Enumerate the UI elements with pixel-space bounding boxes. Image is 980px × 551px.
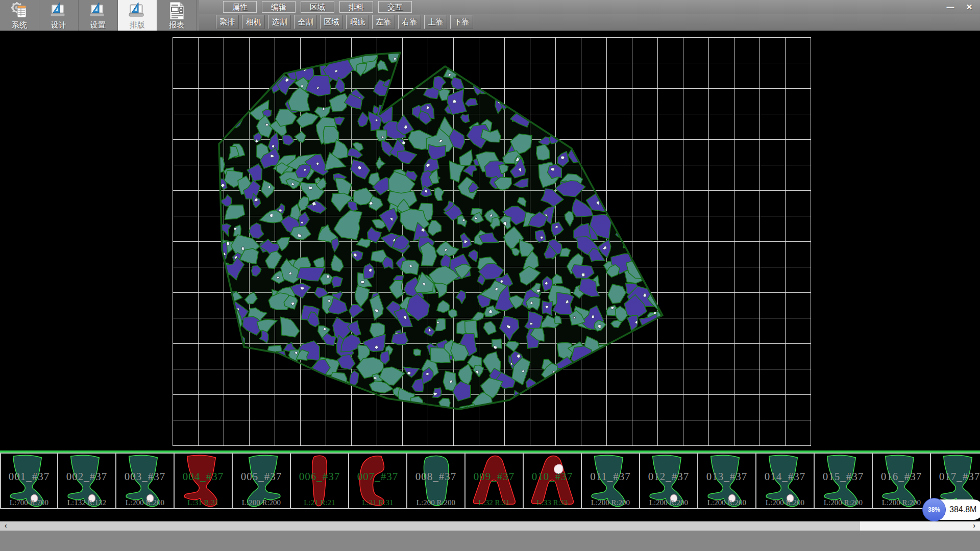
tool-button[interactable]: 相机: [242, 15, 265, 29]
menu-item[interactable]: 排料: [339, 1, 373, 13]
tool-button[interactable]: 全割: [294, 15, 317, 29]
piece-thumbnail[interactable]: 001_#37L:700 R:700: [0, 453, 58, 509]
piece-thumbnail[interactable]: 013_#37L:200 R:200: [698, 453, 756, 509]
nesting-ruler-icon: [128, 1, 147, 20]
scrollbar-thumb[interactable]: [0, 521, 860, 531]
app-tab-label: 系统: [12, 20, 27, 30]
pieces-strip: 001_#37L:700 R:700002_#37L:132 R:132003_…: [0, 450, 980, 511]
settings-ruler-icon: [88, 1, 108, 20]
tool-button[interactable]: 瑕疵: [346, 15, 369, 29]
app-tab-report-doc[interactable]: 报表: [157, 0, 197, 31]
piece-shape: [122, 454, 168, 508]
piece-thumbnail[interactable]: 005_#37L:200 R:200: [233, 453, 291, 509]
piece-shape: [762, 454, 808, 508]
menu-item[interactable]: 编辑: [262, 1, 296, 13]
nesting-canvas[interactable]: [0, 31, 980, 450]
app-tab-label: 排版: [130, 20, 145, 30]
piece-thumbnail[interactable]: 015_#37L:200 R:200: [815, 453, 873, 509]
tool-button[interactable]: 上靠: [424, 15, 447, 29]
piece-shape: [297, 454, 342, 508]
app-tab-system-gear[interactable]: 系统: [0, 0, 39, 31]
piece-shape: [413, 454, 459, 508]
piece-thumbnail[interactable]: 009_#37L:32 R:31: [465, 453, 524, 509]
piece-shape: [355, 454, 401, 508]
piece-shape: [820, 454, 866, 508]
piece-thumbnail[interactable]: 014_#37L:200 R:200: [756, 453, 815, 509]
progress-percent: 38%: [928, 506, 940, 513]
system-gear-icon: [10, 1, 29, 20]
piece-thumbnail[interactable]: 010_#37L:33 R:33: [524, 453, 582, 509]
piece-thumbnail[interactable]: 002_#37L:132 R:132: [58, 453, 116, 509]
piece-thumbnail[interactable]: 004_#37L:31 R:31: [175, 453, 233, 509]
menu-item[interactable]: 交互: [378, 1, 412, 13]
piece-shape: [6, 454, 52, 508]
scroll-right-icon[interactable]: ›: [973, 521, 975, 531]
tool-button[interactable]: 左靠: [372, 15, 395, 29]
piece-thumbnail[interactable]: 012_#37L:200 R:200: [640, 453, 698, 509]
menu-item[interactable]: 属性: [223, 1, 257, 13]
piece-shape: [704, 454, 750, 508]
horizontal-scrollbar[interactable]: ‹ ›: [0, 521, 980, 531]
tool-button[interactable]: 区域: [320, 15, 343, 29]
menu-item[interactable]: 区域: [301, 1, 334, 13]
piece-thumbnail[interactable]: 003_#37L:200 R:200: [116, 453, 175, 509]
memory-badge: 38% 384.8M: [924, 499, 980, 520]
piece-thumbnail[interactable]: 007_#37L:31 R:31: [349, 453, 407, 509]
app-toolbar: 系统设计设置排版报表: [0, 0, 199, 31]
tool-button[interactable]: 聚排: [216, 15, 239, 29]
report-doc-icon: [167, 1, 186, 20]
status-bar: [0, 531, 980, 551]
window-controls: — ✕: [942, 1, 978, 13]
piece-shape: [529, 454, 575, 508]
design-ruler-icon: [49, 1, 68, 20]
piece-shape: [180, 454, 226, 508]
leather-hide[interactable]: [173, 37, 811, 446]
app-tab-label: 报表: [169, 20, 184, 30]
app-tab-settings-ruler[interactable]: 设置: [79, 0, 118, 31]
close-icon[interactable]: ✕: [961, 1, 978, 13]
scroll-left-icon[interactable]: ‹: [5, 521, 7, 531]
app-tab-label: 设计: [51, 20, 66, 30]
piece-shape: [238, 454, 284, 508]
piece-shape: [646, 454, 692, 508]
piece-shape: [587, 454, 633, 508]
tool-button[interactable]: 选割: [268, 15, 291, 29]
menu-bar: 属性编辑区域排料交互: [223, 1, 412, 13]
tool-button[interactable]: 右靠: [398, 15, 421, 29]
app-tab-label: 设置: [90, 20, 106, 30]
progress-circle: 38%: [922, 498, 946, 521]
app-tab-design-ruler[interactable]: 设计: [39, 0, 79, 31]
piece-shape: [471, 454, 517, 508]
minimize-icon[interactable]: —: [942, 1, 959, 13]
piece-thumbnail[interactable]: 008_#37L:200 R:200: [407, 453, 465, 509]
app-tab-nesting-ruler[interactable]: 排版: [118, 0, 157, 31]
piece-thumbnail[interactable]: 016_#37L:200 R:200: [873, 453, 931, 509]
piece-shape: [64, 454, 110, 508]
piece-thumbnail[interactable]: 006_#37L:21 R:21: [291, 453, 349, 509]
memory-value: 384.8M: [949, 505, 976, 514]
piece-thumbnail[interactable]: 011_#37L:200 R:200: [582, 453, 640, 509]
tool-button[interactable]: 下靠: [450, 15, 473, 29]
piece-shape: [878, 454, 924, 508]
